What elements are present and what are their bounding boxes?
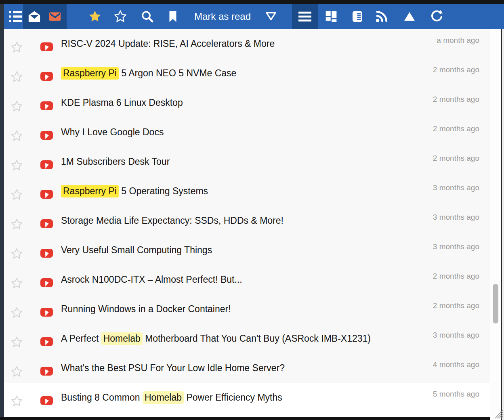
star-toggle-icon[interactable] <box>10 307 23 319</box>
feed-list-item[interactable]: What's the Best PSU For Your Low Idle Ho… <box>4 353 490 383</box>
search-icon[interactable] <box>141 10 154 23</box>
youtube-play-icon <box>40 367 53 376</box>
item-title: What's the Best PSU For Your Low Idle Ho… <box>61 362 285 374</box>
item-title: Raspberry Pi 5 Argon NEO 5 NVMe Case <box>61 67 236 79</box>
item-title: Very Useful Small Computing Things <box>61 244 212 256</box>
youtube-play-icon <box>40 219 53 228</box>
item-age: 4 months ago <box>433 360 479 369</box>
refresh-icon[interactable] <box>430 10 443 23</box>
toolbar: Mark as read <box>4 4 504 29</box>
list-tail <box>4 412 490 417</box>
item-age: a month ago <box>437 36 479 45</box>
star-toggle-icon[interactable] <box>10 336 23 349</box>
star-toggle-icon[interactable] <box>10 277 23 290</box>
filter-funnel-icon[interactable] <box>265 10 277 23</box>
scrollbar-thumb[interactable] <box>493 284 498 323</box>
resize-grip-icon[interactable] <box>491 405 503 419</box>
bookmark-icon[interactable] <box>166 10 180 23</box>
search-highlight: Raspberry Pi <box>61 67 119 80</box>
item-age: 2 months ago <box>433 154 479 163</box>
youtube-play-icon <box>40 249 53 258</box>
window-left-border <box>0 4 4 420</box>
feed-reader-window: Mark as read <box>0 0 504 420</box>
feed-list-item[interactable]: Running Windows in a Docker Container! 2… <box>4 294 490 324</box>
youtube-play-icon <box>40 131 53 140</box>
youtube-play-icon <box>40 101 53 110</box>
youtube-play-icon <box>40 72 53 81</box>
list-view-icon[interactable] <box>8 10 22 23</box>
star-toggle-icon[interactable] <box>10 189 23 201</box>
feed-list-item[interactable]: KDE Plasma 6 Linux Desktop 2 months ago <box>4 88 490 118</box>
item-age: 3 months ago <box>433 331 479 340</box>
rss-icon[interactable] <box>375 10 388 23</box>
star-toggle-icon[interactable] <box>10 100 23 113</box>
feed-list-item[interactable]: Raspberry Pi 5 Operating Systems 3 month… <box>4 176 490 206</box>
open-envelope-icon[interactable] <box>27 10 41 23</box>
item-title: RISC-V 2024 Update: RISE, AI Accelerator… <box>61 38 275 50</box>
youtube-play-icon <box>40 190 53 199</box>
feed-list-item[interactable]: RISC-V 2024 Update: RISE, AI Accelerator… <box>4 29 490 59</box>
item-age: 2 months ago <box>433 272 479 281</box>
window-right-edge <box>502 29 504 420</box>
star-filled-icon[interactable] <box>88 10 102 23</box>
star-toggle-icon[interactable] <box>10 395 23 407</box>
youtube-play-icon <box>40 396 53 405</box>
item-title: Why I Love Google Docs <box>61 126 164 138</box>
feed-list-item[interactable]: Very Useful Small Computing Things 3 mon… <box>4 235 490 265</box>
item-age: 3 months ago <box>433 213 479 222</box>
item-age: 3 months ago <box>433 242 479 251</box>
youtube-play-icon <box>40 42 53 51</box>
layout-grid-icon[interactable] <box>324 10 338 23</box>
scroll-top-triangle-icon[interactable] <box>403 10 416 23</box>
article-card-icon[interactable] <box>351 10 364 23</box>
feed-list-item[interactable]: Busting 8 Common Homelab Power Efficienc… <box>4 383 490 412</box>
feed-list-item[interactable]: Raspberry Pi 5 Argon NEO 5 NVMe Case 2 m… <box>4 59 490 88</box>
youtube-play-icon <box>40 278 53 287</box>
item-age: 2 months ago <box>433 65 479 74</box>
item-age: 2 months ago <box>433 95 479 104</box>
star-toggle-icon[interactable] <box>10 71 23 83</box>
window-bottom-border <box>0 417 490 420</box>
youtube-play-icon <box>40 308 53 317</box>
item-title: A Perfect Homelab Motherboard That You C… <box>61 332 371 344</box>
item-title: 1M Subscribers Desk Tour <box>61 155 170 168</box>
item-title: Running Windows in a Docker Container! <box>61 303 231 315</box>
mark-as-read-label: Mark as read <box>194 11 251 22</box>
item-age: 2 months ago <box>433 301 479 310</box>
feed-list: RISC-V 2024 Update: RISE, AI Accelerator… <box>4 29 490 417</box>
item-title: Asrock N100DC-ITX – Almost Perfect! But.… <box>61 273 242 286</box>
star-toggle-icon[interactable] <box>10 130 23 142</box>
menu-icon[interactable] <box>298 10 312 23</box>
search-highlight: Raspberry Pi <box>61 185 119 197</box>
star-outline-icon[interactable] <box>113 10 127 23</box>
feed-list-item[interactable]: 1M Subscribers Desk Tour 2 months ago <box>4 147 490 176</box>
youtube-play-icon <box>40 160 53 169</box>
item-title: Raspberry Pi 5 Operating Systems <box>61 185 208 197</box>
unread-envelope-icon[interactable] <box>48 10 62 23</box>
item-age: 2 months ago <box>433 124 479 133</box>
scrollbar-track[interactable] <box>490 29 501 417</box>
item-age: 3 months ago <box>433 183 479 192</box>
star-toggle-icon[interactable] <box>10 365 23 378</box>
star-toggle-icon[interactable] <box>10 41 23 54</box>
star-toggle-icon[interactable] <box>10 248 23 260</box>
star-toggle-icon[interactable] <box>10 218 23 231</box>
mark-as-read-button[interactable]: Mark as read <box>194 4 277 29</box>
item-title: Storage Media Life Expectancy: SSDs, HDD… <box>61 214 284 227</box>
star-toggle-icon[interactable] <box>10 159 23 172</box>
search-highlight: Homelab <box>143 391 184 404</box>
feed-list-item[interactable]: Storage Media Life Expectancy: SSDs, HDD… <box>4 206 490 235</box>
item-title: Busting 8 Common Homelab Power Efficienc… <box>61 391 282 403</box>
youtube-play-icon <box>40 337 53 346</box>
search-highlight: Homelab <box>101 332 143 345</box>
item-title: KDE Plasma 6 Linux Desktop <box>61 97 183 109</box>
feed-list-item[interactable]: Why I Love Google Docs 2 months ago <box>4 118 490 147</box>
item-age: 5 months ago <box>433 390 479 399</box>
feed-list-item[interactable]: A Perfect Homelab Motherboard That You C… <box>4 324 490 353</box>
feed-list-item[interactable]: Asrock N100DC-ITX – Almost Perfect! But.… <box>4 265 490 294</box>
